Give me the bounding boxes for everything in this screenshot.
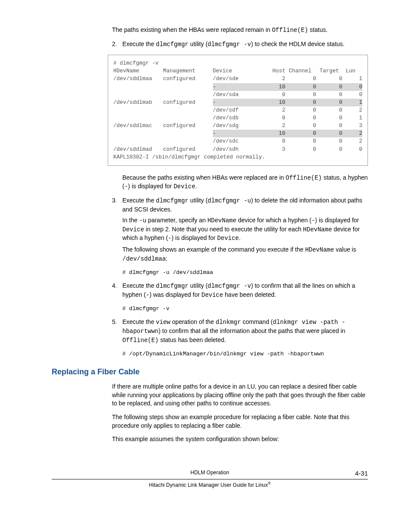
section-paragraph: This example assumes the system configur…	[112, 435, 368, 444]
list-number: 2.	[112, 40, 117, 49]
page-number: 4-31	[355, 470, 368, 477]
footer-title: HDLM Operation	[190, 470, 229, 476]
code-block: # /opt/DynamicLinkManager/bin/dlnkmgr vi…	[122, 351, 368, 357]
table-row: -10002	[113, 130, 362, 137]
text: utility (	[188, 40, 207, 47]
command-line: # dlmcfgmgr -v	[113, 59, 362, 67]
list-number: 5.	[112, 318, 117, 327]
list-number: 4.	[112, 282, 117, 290]
command-output-table: # dlmcfgmgr -v HDevName Management Devic…	[108, 55, 368, 166]
section-paragraph: The following steps show an example proc…	[112, 413, 368, 430]
table-row: /dev/sddlmadconfigured/dev/sdh3000	[113, 146, 362, 153]
table-row: /dev/sddlmabconfigured-10001	[113, 99, 362, 106]
text: status.	[308, 26, 327, 33]
text: The paths existing when the HBAs were re…	[112, 26, 272, 33]
section-paragraph: If there are multiple online paths for a…	[112, 383, 368, 408]
table-row: /dev/sdf2002	[113, 106, 362, 114]
registered-icon: ®	[268, 481, 271, 485]
code-inline: Offline(E)	[272, 27, 308, 34]
text: ) to check the HDLM device status.	[251, 40, 345, 47]
table-row: /dev/sddlmacconfigured/dev/sdg2003	[113, 122, 362, 130]
step-5: 5. Execute the view operation of the dln…	[112, 318, 368, 345]
code-block: # dlmcfgmgr -u /dev/sddlmaa	[122, 269, 368, 276]
table-row: /dev/sdb0001	[113, 114, 362, 122]
step-4: 4. Execute the dlmcfgmgr utility (dlmcfg…	[112, 282, 368, 299]
footer-subtitle: Hitachi Dynamic Link Manager User Guide …	[149, 482, 268, 488]
step-2: 2. Execute the dlmcfgmgr utility (dlmcfg…	[112, 40, 368, 49]
code-block: # dlmcfgmgr -v	[122, 305, 368, 312]
table-row: /dev/sdc0002	[113, 137, 362, 145]
code-inline: dlmcfgmgr -v	[208, 41, 251, 48]
code-inline: dlmcfgmgr	[156, 41, 189, 48]
table-header: HDevName Management Device Host Channel …	[113, 67, 362, 75]
list-number: 3.	[112, 196, 117, 205]
page-footer: HDLM Operation 4-31 Hitachi Dynamic Link…	[52, 470, 368, 488]
section-heading: Replacing a Fiber Cable	[52, 367, 368, 376]
table-row: /dev/sda0000	[113, 91, 362, 99]
table-row: /dev/sddlmaaconfigured/dev/sde2001	[113, 75, 362, 83]
table-footer-msg: KAPL10302-I /sbin/dlmcfgmgr completed no…	[113, 153, 362, 161]
intro-paragraph: The paths existing when the HBAs were re…	[112, 26, 368, 35]
table-row: -10000	[113, 83, 362, 91]
after-table-paragraph: Because the paths existing when HBAs wer…	[112, 174, 368, 191]
text: Execute the	[122, 40, 156, 47]
step-3: 3. Execute the dlmcfgmgr utility (dlmcfg…	[112, 196, 368, 263]
